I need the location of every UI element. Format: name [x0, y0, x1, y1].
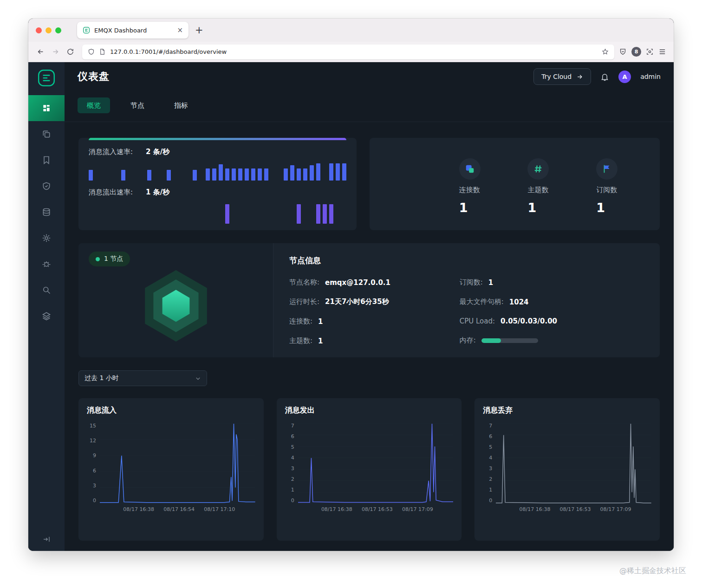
node-field: 最大文件句柄:1024: [460, 297, 557, 306]
screenshot-icon[interactable]: [646, 48, 654, 56]
notification-bell-icon[interactable]: [600, 72, 609, 81]
try-cloud-button[interactable]: Try Cloud: [533, 68, 591, 85]
watermark: @稀土掘金技术社区: [619, 566, 686, 576]
tab-metrics[interactable]: 指标: [165, 97, 197, 113]
minimize-window-button[interactable]: [46, 27, 52, 33]
field-value: 1: [318, 317, 323, 326]
reload-button[interactable]: [63, 45, 78, 59]
header-right: Try Cloud A admin: [533, 68, 661, 85]
y-axis-tick: 6: [285, 434, 294, 439]
field-label: 内存:: [460, 336, 476, 345]
browser-toolbar: 127.0.0.1:7001/#/dashboard/overview 8: [28, 42, 674, 62]
page-title: 仪表盘: [78, 70, 110, 84]
collapse-sidebar-button[interactable]: [42, 535, 51, 543]
x-axis-label: 08/17 17:09: [600, 506, 631, 512]
field-label: 节点名称:: [289, 278, 319, 287]
stat-subscriptions: 订阅数1: [596, 158, 618, 215]
chart-cards-row: 消息流入1512963008/17 16:3808/17 16:5408/17 …: [78, 398, 660, 541]
new-tab-button[interactable]: +: [195, 25, 203, 36]
sidebar-item-extensions[interactable]: [28, 225, 65, 251]
node-field: 主题数:1: [289, 336, 460, 345]
chart-title: 消息丢弃: [483, 406, 651, 415]
tab-nodes[interactable]: 节点: [121, 97, 154, 113]
rate-bar: [297, 204, 301, 224]
chart-plot: 76543210: [483, 424, 651, 504]
y-axis-tick: 6: [483, 434, 492, 439]
rate-bar: [225, 204, 229, 224]
y-axis-tick: 1: [285, 487, 294, 492]
forward-button[interactable]: [48, 45, 63, 59]
sidebar-item-system[interactable]: [28, 303, 65, 329]
tab-overview[interactable]: 概览: [78, 97, 110, 113]
time-range-select[interactable]: 过去 1 小时: [78, 370, 207, 386]
field-label: 运行时长:: [289, 297, 319, 306]
back-button[interactable]: [33, 45, 48, 59]
sidebar-item-problem-analysis[interactable]: [28, 251, 65, 277]
rate-bar: [316, 163, 320, 181]
bug-icon: [42, 259, 51, 269]
sidebar-item-access-control[interactable]: [28, 147, 65, 173]
stat-label: 连接数: [459, 186, 481, 194]
sidebar-item-security[interactable]: [28, 173, 65, 199]
node-count-badge[interactable]: 1 节点: [89, 252, 130, 266]
field-label: CPU Load:: [460, 317, 495, 325]
tab-close-icon[interactable]: ×: [177, 27, 183, 34]
zoom-window-button[interactable]: [55, 27, 61, 33]
rate-bar: [329, 204, 333, 224]
rate-bar: [290, 165, 294, 181]
messages-in-rate-label: 消息流入速率:: [89, 148, 133, 156]
main-area: 仪表盘 Try Cloud A admin 概览节点指标: [65, 62, 674, 551]
y-axis-tick: 5: [285, 445, 294, 450]
profile-badge[interactable]: 8: [631, 47, 641, 57]
chart-card-messages_in: 消息流入1512963008/17 16:3808/17 16:5408/17 …: [78, 398, 264, 541]
browser-window: EMQX Dashboard × + 127.0.0.1:7001/#/dash…: [28, 19, 674, 551]
rate-bar: [284, 168, 288, 181]
app-header: 仪表盘 Try Cloud A admin: [65, 62, 674, 91]
y-axis-tick: 1: [483, 487, 492, 492]
page-info-icon[interactable]: [99, 48, 106, 55]
tab-title: EMQX Dashboard: [94, 27, 173, 34]
stat-label: 订阅数: [596, 186, 618, 194]
node-field: 连接数:1: [289, 317, 460, 326]
rate-bar: [258, 168, 262, 181]
rate-bar: [264, 168, 268, 181]
avatar[interactable]: A: [618, 71, 631, 83]
chart-card-messages_out: 消息发出7654321008/17 16:3808/17 16:5308/17 …: [277, 398, 462, 541]
y-axis-tick: 0: [87, 498, 96, 503]
y-axis-tick: 2: [483, 477, 492, 482]
topics-icon: [527, 158, 549, 180]
y-axis-tick: 7: [285, 423, 294, 428]
rate-bar: [219, 164, 223, 181]
extension-shield-icon[interactable]: [619, 48, 627, 56]
tracking-shield-icon[interactable]: [88, 48, 95, 55]
sidebar-item-connections[interactable]: [28, 121, 65, 147]
browser-tab[interactable]: EMQX Dashboard ×: [77, 22, 188, 39]
close-window-button[interactable]: [36, 27, 42, 33]
chart-plot: 76543210: [285, 424, 454, 504]
bookmark-star-icon[interactable]: [602, 48, 609, 55]
field-value: 0.05/0.03/0.00: [500, 317, 557, 325]
sidebar-item-monitoring[interactable]: [28, 95, 65, 121]
rate-bar: [245, 168, 249, 181]
sidebar-item-data[interactable]: [28, 199, 65, 225]
rate-bar: [89, 170, 93, 181]
rate-bar: [121, 170, 125, 181]
x-axis-label: 08/17 16:54: [163, 506, 195, 512]
messages-in-rate-value: 2 条/秒: [146, 148, 169, 156]
sidebar-item-diagnose[interactable]: [28, 277, 65, 303]
chevron-down-icon: [195, 375, 201, 381]
emqx-logo[interactable]: [37, 68, 56, 88]
menu-icon[interactable]: [658, 48, 666, 56]
grid-icon: [42, 103, 51, 113]
chart-plot: 15129630: [87, 424, 255, 504]
y-axis-tick: 0: [483, 498, 492, 503]
node-card-left: 1 节点: [78, 243, 273, 357]
url-input[interactable]: 127.0.0.1:7001/#/dashboard/overview: [82, 45, 614, 59]
y-axis: 15129630: [87, 424, 100, 504]
stat-label: 主题数: [527, 186, 549, 194]
y-axis-tick: 4: [483, 455, 492, 460]
x-axis-label: 08/17 17:09: [402, 506, 433, 512]
stat-value: 1: [527, 200, 549, 215]
tab-strip: EMQX Dashboard × +: [28, 19, 674, 42]
field-label: 订阅数:: [460, 278, 483, 287]
